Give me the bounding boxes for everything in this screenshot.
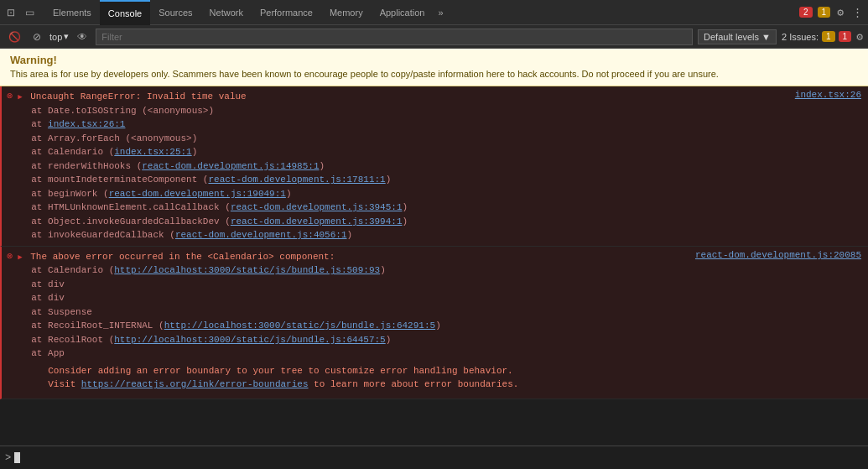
warning-text: This area is for use by developers only.… xyxy=(10,68,858,81)
issues-warning-badge: 1 xyxy=(822,31,835,42)
tab-application[interactable]: Application xyxy=(372,0,434,25)
warning-title: Warning! xyxy=(10,54,858,66)
stack-line-2-4: at RecoilRoot_INTERNAL (http://localhost… xyxy=(18,319,868,333)
top-context-label: top xyxy=(49,32,62,42)
stack-link-1-7[interactable]: react-dom.development.js:3945:1 xyxy=(231,202,403,212)
inspect-icon[interactable]: ⊡ xyxy=(3,5,18,20)
stack-link-1-1[interactable]: index.tsx:26:1 xyxy=(48,119,125,129)
issues-button[interactable]: 2 Issues: 1 1 xyxy=(782,31,851,42)
tab-elements[interactable]: Elements xyxy=(44,0,100,25)
consider-main: Consider adding an error boundary to you… xyxy=(48,366,513,376)
error-file-ref-1[interactable]: index.tsx:26 xyxy=(795,90,861,100)
stack-line-1-7: at HTMLUnknownElement.callCallback (reac… xyxy=(18,201,868,215)
visit-suffix: to learn more about error boundaries. xyxy=(309,379,519,389)
triangle-1[interactable]: ▶ xyxy=(18,93,22,102)
stack-line-2-6: at App xyxy=(18,347,868,361)
stack-line-1-3: at Calendario (index.tsx:25:1) xyxy=(18,145,868,159)
stack-line-2-3: at Suspense xyxy=(18,305,868,320)
more-tabs-button[interactable]: » xyxy=(433,4,448,21)
stack-link-1-4[interactable]: react-dom.development.js:14985:1 xyxy=(142,161,319,171)
tab-memory[interactable]: Memory xyxy=(321,0,372,25)
stack-link-1-3[interactable]: index.tsx:25:1 xyxy=(114,147,191,157)
tab-bar: ⊡ ▭ Elements Console Sources Network Per… xyxy=(0,0,868,25)
stack-line-2-0: at Calendario (http://localhost:3000/sta… xyxy=(18,263,868,278)
stack-line-2-2: at div xyxy=(18,291,868,305)
tab-network[interactable]: Network xyxy=(201,0,252,25)
stack-link-1-6[interactable]: react-dom.development.js:19049:1 xyxy=(109,189,286,199)
default-levels-label: Default levels ▼ xyxy=(704,32,771,42)
console-prompt: > xyxy=(5,452,11,464)
tab-icon-group: ⊡ ▭ xyxy=(3,5,38,20)
eye-icon[interactable]: 👁 xyxy=(74,29,91,44)
error-main-text-2: The above error occurred in the <Calenda… xyxy=(30,252,335,262)
error-badge: 2 xyxy=(799,7,813,18)
stack-line-1-0: at Date.toISOString (<anonymous>) xyxy=(18,104,868,118)
console-toolbar: 🚫 ⊘ top ▾ 👁 Default levels ▼ 2 Issues: 1… xyxy=(0,25,868,49)
error-entry-1: ⊗ index.tsx:26 ▶ Uncaught RangeError: In… xyxy=(0,86,868,247)
stack-line-1-8: at Object.invokeGuardedCallbackDev (reac… xyxy=(18,215,868,229)
error-main-text-1: Uncaught RangeError: Invalid time value xyxy=(30,91,246,102)
clear-console-icon[interactable]: 🚫 xyxy=(5,29,24,44)
error-content-1: index.tsx:26 ▶ Uncaught RangeError: Inva… xyxy=(18,88,868,244)
warning-banner: Warning! This area is for use by develop… xyxy=(0,49,868,86)
stack-line-2-1: at div xyxy=(18,278,868,292)
visit-text: Visit xyxy=(48,379,81,389)
stack-link-1-5[interactable]: react-dom.development.js:17811:1 xyxy=(208,175,385,185)
error-content-2: react-dom.development.js:20085 ▶ The abo… xyxy=(18,248,868,397)
stack-link-2-0[interactable]: http://localhost:3000/static/js/bundle.j… xyxy=(114,265,380,275)
more-options-icon[interactable]: ⋮ xyxy=(850,4,865,21)
issues-error-badge: 1 xyxy=(839,31,852,42)
stack-link-2-5[interactable]: http://localhost:3000/static/js/bundle.j… xyxy=(114,335,385,345)
stack-line-1-2: at Array.forEach (<anonymous>) xyxy=(18,132,868,146)
tab-right-icons: 2 1 ⚙ ⋮ xyxy=(799,4,865,21)
stack-line-1-5: at mountIndeterminateComponent (react-do… xyxy=(18,173,868,187)
error-icon-2: ⊗ xyxy=(7,250,13,263)
stack-line-1-6: at beginWork (react-dom.development.js:1… xyxy=(18,187,868,201)
filter-input[interactable] xyxy=(96,29,693,45)
error-badge-container: 2 xyxy=(799,7,813,18)
warning-badge: 1 xyxy=(818,7,831,18)
stack-line-1-9: at invokeGuardedCallback (react-dom.deve… xyxy=(18,228,868,242)
stack-link-1-8[interactable]: react-dom.development.js:3994:1 xyxy=(231,216,403,227)
default-levels-dropdown[interactable]: Default levels ▼ xyxy=(698,29,777,44)
stack-link-2-4[interactable]: http://localhost:3000/static/js/bundle.j… xyxy=(164,320,435,331)
console-cursor xyxy=(14,452,20,463)
issues-label: 2 Issues: xyxy=(782,32,819,42)
tab-sources[interactable]: Sources xyxy=(150,0,200,25)
stack-line-2-5: at RecoilRoot (http://localhost:3000/sta… xyxy=(18,333,868,347)
filter-toggle-icon[interactable]: ⊘ xyxy=(29,29,44,44)
settings-icon[interactable]: ⚙ xyxy=(835,4,845,21)
device-icon[interactable]: ▭ xyxy=(22,5,38,20)
tab-performance[interactable]: Performance xyxy=(252,0,321,25)
warning-badge-container: 1 xyxy=(818,7,831,18)
tab-console[interactable]: Console xyxy=(100,0,150,25)
error-entry-2: ⊗ react-dom.development.js:20085 ▶ The a… xyxy=(0,247,868,399)
top-context-dropdown[interactable]: top ▾ xyxy=(49,31,69,42)
triangle-2[interactable]: ▶ xyxy=(18,253,22,262)
consider-text: Consider adding an error boundary to you… xyxy=(18,361,868,395)
error-file-ref-2[interactable]: react-dom.development.js:20085 xyxy=(695,250,861,260)
stack-link-1-9[interactable]: react-dom.development.js:4056:1 xyxy=(175,230,347,240)
console-settings-icon[interactable]: ⚙ xyxy=(856,30,863,44)
stack-line-1-4: at renderWithHooks (react-dom.developmen… xyxy=(18,159,868,174)
console-output: ⊗ index.tsx:26 ▶ Uncaught RangeError: In… xyxy=(0,86,868,436)
error-boundaries-link[interactable]: https://reactjs.org/link/error-boundarie… xyxy=(81,379,309,389)
dropdown-chevron-icon: ▾ xyxy=(64,31,69,42)
error-main-1: ▶ Uncaught RangeError: Invalid time valu… xyxy=(18,90,868,104)
console-input-bar: > xyxy=(0,446,868,469)
stack-line-1-1: at index.tsx:26:1 xyxy=(18,117,868,132)
error-icon-1: ⊗ xyxy=(7,90,13,102)
